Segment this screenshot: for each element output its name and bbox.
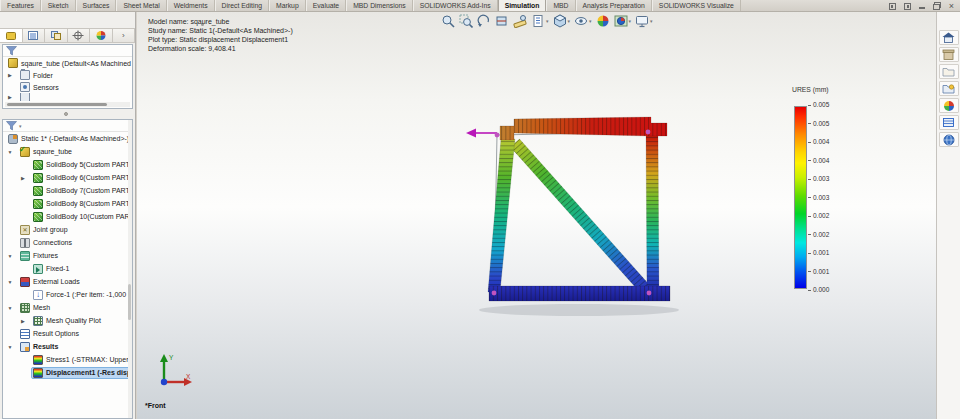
- pane-left-icon[interactable]: [889, 3, 896, 10]
- tree-row-solidbody[interactable]: SolidBody 5(Custom PART2(1: [3, 158, 132, 171]
- tree-row-joint-group[interactable]: Joint group: [3, 223, 132, 236]
- section-view-icon[interactable]: [495, 14, 509, 28]
- legend-tick: 0.004: [808, 138, 829, 145]
- orientation-triad: Y X: [150, 352, 196, 394]
- model-name-line: Model name: sqaure_tube: [148, 17, 293, 26]
- close-icon[interactable]: ×: [949, 2, 954, 10]
- minimize-icon[interactable]: [919, 7, 925, 9]
- restore-icon[interactable]: [933, 2, 941, 10]
- tree-row-fixed[interactable]: Fixed-1: [3, 262, 132, 275]
- displacement-plot-icon: [33, 368, 43, 378]
- home-icon[interactable]: [939, 30, 959, 45]
- feature-tree-filter[interactable]: [3, 45, 132, 57]
- 3d-content-central-icon[interactable]: [939, 47, 959, 62]
- configurationmanager-tab-icon[interactable]: [45, 29, 68, 42]
- expander-down-icon[interactable]: ▼: [6, 278, 14, 286]
- legend-tick: 0.002: [808, 231, 829, 238]
- tab-surfaces[interactable]: Surfaces: [76, 0, 117, 11]
- plot-type-line: Plot type: Static displacement Displacem…: [148, 35, 293, 44]
- featuremanager-tab-icon[interactable]: [0, 29, 23, 42]
- appearances-scenes-icon[interactable]: [939, 98, 959, 113]
- tree-row-sensors[interactable]: Sensors: [3, 81, 132, 93]
- expander-down-icon[interactable]: ▼: [6, 304, 14, 312]
- legend-colorbar: [794, 106, 807, 289]
- connections-icon: [20, 238, 30, 248]
- annotations-icon[interactable]: ▾: [531, 14, 549, 28]
- tree-item-label: sqaure_tube: [33, 148, 72, 155]
- tree-row-displacement-plot[interactable]: Displacement1 (-Res disp-): [3, 366, 132, 379]
- tab-solidworks-visualize[interactable]: SOLIDWORKS Visualize: [652, 0, 741, 11]
- zoom-to-area-icon[interactable]: [459, 14, 473, 28]
- file-explorer-icon[interactable]: [939, 81, 959, 96]
- tab-sketch[interactable]: Sketch: [41, 0, 76, 11]
- pane-right-icon[interactable]: [904, 3, 911, 10]
- tab-mbd[interactable]: MBD: [546, 0, 575, 11]
- study-tree-filter[interactable]: ▾: [3, 120, 132, 132]
- displaymanager-tab-icon[interactable]: [90, 29, 113, 42]
- tab-evaluate[interactable]: Evaluate: [306, 0, 346, 11]
- graphics-viewport[interactable]: Model name: sqaure_tube Study name: Stat…: [137, 12, 936, 419]
- previous-view-icon[interactable]: [477, 14, 491, 28]
- solidworks-forum-icon[interactable]: [939, 132, 959, 147]
- apply-scene-icon[interactable]: ▾: [614, 14, 632, 28]
- tab-direct-editing[interactable]: Direct Editing: [215, 0, 269, 11]
- design-library-icon[interactable]: [939, 64, 959, 79]
- tree-item-label: Displacement1 (-Res disp-): [46, 369, 132, 376]
- vertical-scrollbar[interactable]: [128, 120, 132, 418]
- expander-right-icon[interactable]: ▶: [19, 174, 27, 182]
- tree-row-solidbody[interactable]: SolidBody 7(Custom PART2(1: [3, 184, 132, 197]
- expander-right-icon[interactable]: ▶: [6, 71, 14, 79]
- zoom-to-fit-icon[interactable]: [441, 14, 455, 28]
- dimxpertmanager-tab-icon[interactable]: [68, 29, 91, 42]
- solidworks-window: Features Sketch Surfaces Sheet Metal Wel…: [0, 0, 960, 419]
- study-name-line: Study name: Static 1(-Default<As Machine…: [148, 26, 293, 35]
- chevron-down-icon: ▾: [568, 18, 571, 24]
- tree-row-study[interactable]: Static 1* (-Default<As Machined>-): [3, 132, 132, 145]
- edit-appearance-icon[interactable]: [596, 14, 610, 28]
- tree-row-stress-plot[interactable]: Stress1 (-STRMAX: Upper bou: [3, 353, 132, 366]
- expand-tabs-icon[interactable]: ›: [113, 29, 136, 42]
- tree-row-fixtures[interactable]: ▼Fixtures: [3, 249, 132, 262]
- horizontal-scrollbar[interactable]: [5, 102, 130, 107]
- tab-markup[interactable]: Markup: [269, 0, 306, 11]
- plot-info-text: Model name: sqaure_tube Study name: Stat…: [148, 17, 293, 53]
- tree-row-connections[interactable]: Connections: [3, 236, 132, 249]
- tab-features[interactable]: Features: [0, 0, 41, 11]
- tree-row-results[interactable]: ▼Results: [3, 340, 132, 353]
- panel-splitter[interactable]: [0, 109, 135, 119]
- tree-row-part[interactable]: ▼sqaure_tube: [3, 145, 132, 158]
- custom-properties-icon[interactable]: [939, 115, 959, 130]
- expander-down-icon[interactable]: ▼: [6, 343, 14, 351]
- expander-right-icon[interactable]: ▶: [19, 317, 27, 325]
- deformation-scale-line: Deformation scale: 9,408.41: [148, 44, 293, 53]
- tree-row-mesh-quality[interactable]: ▶Mesh Quality Plot: [3, 314, 132, 327]
- tab-weldments[interactable]: Weldments: [167, 0, 215, 11]
- tree-row-mesh[interactable]: ▼Mesh: [3, 301, 132, 314]
- tree-row-solidbody[interactable]: ▶SolidBody 6(Custom PART2(1: [3, 171, 132, 184]
- expander-down-icon[interactable]: ▼: [6, 252, 14, 260]
- tree-row-result-options[interactable]: Result Options: [3, 327, 132, 340]
- tab-simulation[interactable]: Simulation: [498, 0, 547, 11]
- tree-row-folder[interactable]: ▶ Folder: [3, 69, 132, 81]
- tree-row-solidbody[interactable]: SolidBody 10(Custom PART2(: [3, 210, 132, 223]
- tab-mbd-dimensions[interactable]: MBD Dimensions: [346, 0, 413, 11]
- tab-solidworks-add-ins[interactable]: SOLIDWORKS Add-Ins: [413, 0, 498, 11]
- expander-right-icon[interactable]: ▶: [6, 93, 14, 101]
- tab-analysis-preparation[interactable]: Analysis Preparation: [576, 0, 652, 11]
- tree-row-external-loads[interactable]: ▼External Loads: [3, 275, 132, 288]
- expander-down-icon[interactable]: ▼: [6, 148, 14, 156]
- measure-icon[interactable]: [513, 14, 527, 28]
- hide-show-items-icon[interactable]: ▾: [574, 14, 592, 28]
- tree-item-label: SolidBody 7(Custom PART2(1: [46, 187, 132, 194]
- view-settings-icon[interactable]: ▾: [635, 14, 653, 28]
- solidbody-icon: [33, 212, 43, 222]
- tab-sheet-metal[interactable]: Sheet Metal: [116, 0, 166, 11]
- tree-row-solidbody[interactable]: SolidBody 8(Custom PART2(1: [3, 197, 132, 210]
- tree-row-clipped[interactable]: ▶: [3, 93, 132, 101]
- display-style-icon[interactable]: ▾: [553, 14, 571, 28]
- propertymanager-tab-icon[interactable]: [23, 29, 46, 42]
- tree-row-root[interactable]: sqaure_tube (Default<As Machined: [3, 57, 132, 69]
- displacement-plot-model[interactable]: [455, 95, 695, 325]
- tree-item-label: Mesh: [33, 304, 50, 311]
- tree-row-force[interactable]: ↓Force-1 (:Per item: -1,000 N:): [3, 288, 132, 301]
